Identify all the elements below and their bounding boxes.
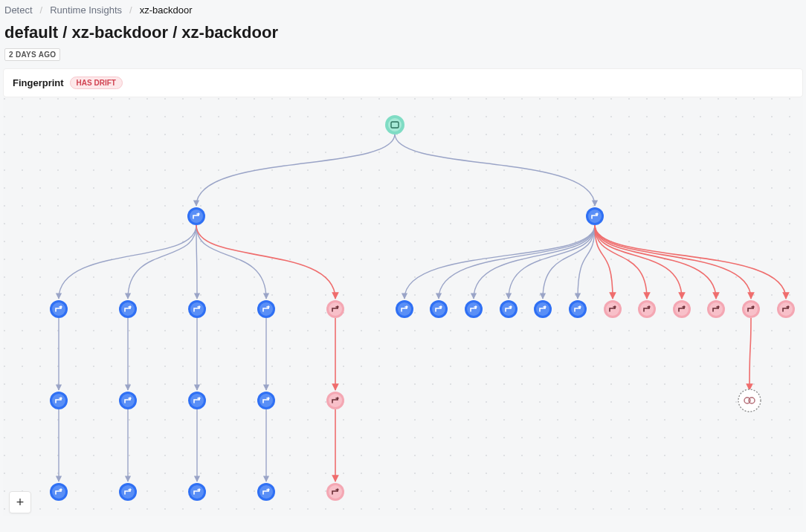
svg-point-53 xyxy=(640,302,654,316)
svg-point-9 xyxy=(52,302,65,316)
graph-node-R3[interactable] xyxy=(465,300,483,318)
page-title: default / xz-backdoor / xz-backdoor xyxy=(4,22,802,47)
graph-node-L1a[interactable] xyxy=(50,300,68,318)
page-header: Detect / Runtime Insights / xz-backdoor … xyxy=(0,0,806,68)
graph-node-R9[interactable] xyxy=(673,300,691,318)
graph-canvas-wrap: + xyxy=(3,97,803,516)
svg-point-7 xyxy=(588,210,602,223)
tab-fingerprint[interactable]: Fingerprint xyxy=(13,77,64,88)
graph-canvas[interactable] xyxy=(3,97,803,516)
breadcrumb-item-current[interactable]: xz-backdoor xyxy=(140,4,193,16)
graph-node-R5[interactable] xyxy=(534,300,552,318)
graph-node-L4b[interactable] xyxy=(257,392,275,409)
svg-point-19 xyxy=(52,394,65,407)
svg-point-17 xyxy=(329,302,342,316)
svg-point-31 xyxy=(121,485,135,499)
svg-point-61 xyxy=(779,302,793,316)
graph-node-R4[interactable] xyxy=(500,300,518,318)
timestamp-badge: 2 DAYS AGO xyxy=(4,48,60,61)
svg-point-29 xyxy=(52,485,65,499)
svg-point-2 xyxy=(388,118,402,132)
graph-node-R6[interactable] xyxy=(569,300,587,318)
svg-point-35 xyxy=(259,485,273,499)
zoom-in-button[interactable]: + xyxy=(9,491,31,513)
graph-node-L2b[interactable] xyxy=(119,392,137,409)
svg-point-62 xyxy=(738,389,761,412)
graph-node-L3a[interactable] xyxy=(188,300,206,318)
graph-node-L2c[interactable] xyxy=(119,483,137,501)
svg-point-15 xyxy=(259,302,273,316)
graph-node-RD[interactable] xyxy=(738,389,761,412)
svg-point-57 xyxy=(709,302,723,316)
graph-node-L3b[interactable] xyxy=(188,392,206,409)
svg-point-43 xyxy=(467,302,480,316)
graph-node-R10[interactable] xyxy=(707,300,725,318)
svg-point-59 xyxy=(744,302,758,316)
svg-point-37 xyxy=(329,485,342,499)
graph-node-R2[interactable] xyxy=(430,300,448,318)
tabbar: Fingerprint HAS DRIFT xyxy=(3,68,803,97)
breadcrumb-item-detect[interactable]: Detect xyxy=(4,4,33,16)
breadcrumb-separator: / xyxy=(129,4,132,16)
graph-node-R1[interactable] xyxy=(396,300,413,318)
graph-node-L1c[interactable] xyxy=(50,483,68,501)
graph-node-root[interactable] xyxy=(385,115,404,134)
breadcrumb-item-runtime-insights[interactable]: Runtime Insights xyxy=(50,4,122,16)
svg-point-33 xyxy=(190,485,204,499)
graph-node-L5a[interactable] xyxy=(326,300,344,318)
graph-node-R11[interactable] xyxy=(742,300,760,318)
graph-node-L5c[interactable] xyxy=(326,483,344,501)
graph-node-L1b[interactable] xyxy=(50,392,68,409)
graph-node-R8[interactable] xyxy=(638,300,656,318)
graph-node-L[interactable] xyxy=(187,207,205,225)
graph-node-L4c[interactable] xyxy=(257,483,275,501)
svg-point-41 xyxy=(432,302,445,316)
svg-point-25 xyxy=(259,394,273,407)
graph-node-L4a[interactable] xyxy=(257,300,275,318)
graph-node-R12[interactable] xyxy=(777,300,795,318)
svg-point-21 xyxy=(121,394,135,407)
svg-point-49 xyxy=(571,302,584,316)
svg-point-27 xyxy=(329,394,342,407)
breadcrumb: Detect / Runtime Insights / xz-backdoor xyxy=(4,4,802,22)
svg-point-51 xyxy=(606,302,619,316)
svg-point-13 xyxy=(190,302,204,316)
graph-node-R[interactable] xyxy=(586,207,604,225)
graph-node-L5b[interactable] xyxy=(326,392,344,409)
drift-badge: HAS DRIFT xyxy=(70,77,123,89)
graph-node-L2a[interactable] xyxy=(119,300,137,318)
svg-point-5 xyxy=(190,210,203,223)
graph-node-L3c[interactable] xyxy=(188,483,206,501)
svg-point-11 xyxy=(121,302,135,316)
svg-point-55 xyxy=(675,302,689,316)
svg-point-45 xyxy=(502,302,515,316)
breadcrumb-separator: / xyxy=(40,4,43,16)
svg-point-39 xyxy=(398,302,411,316)
svg-point-23 xyxy=(190,394,204,407)
svg-point-47 xyxy=(536,302,549,316)
graph-node-R7[interactable] xyxy=(604,300,622,318)
